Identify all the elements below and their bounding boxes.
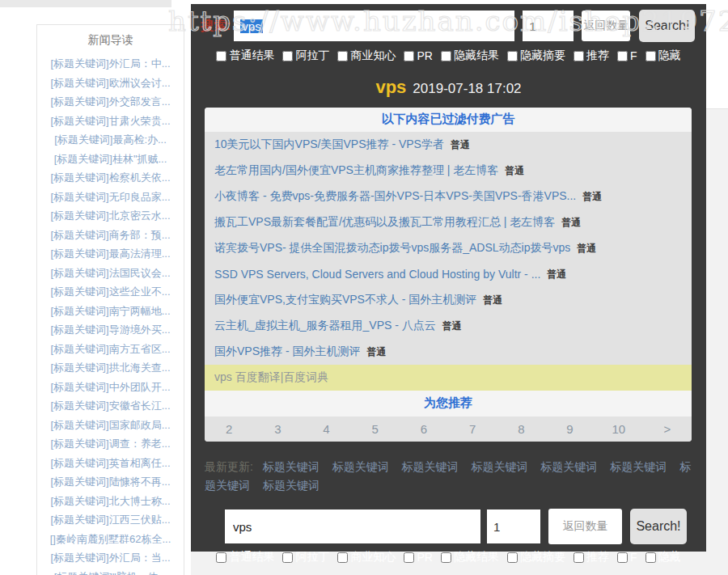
filter-hide[interactable]: 隐藏: [645, 550, 681, 564]
page-6[interactable]: 6: [400, 422, 448, 436]
filter-checkbox[interactable]: [574, 552, 584, 563]
filter-recommend[interactable]: 推荐: [574, 49, 609, 63]
news-link[interactable]: [标题关键词]"脑机一体...: [37, 568, 184, 575]
filter-f[interactable]: F: [617, 551, 637, 564]
filter-checkbox[interactable]: [441, 552, 451, 563]
news-link[interactable]: [标题关键词]最高法清理...: [37, 244, 184, 264]
result-link[interactable]: 搬瓦工VPS最新套餐配置/优惠码以及搬瓦工常用教程汇总 | 老左博客: [214, 215, 555, 230]
page-10[interactable]: 10: [595, 422, 643, 436]
filter-checkbox[interactable]: [617, 51, 628, 61]
news-link[interactable]: [标题关键词]最高检:办...: [37, 130, 184, 150]
news-link[interactable]: [标题关键词]外汇局：当...: [37, 548, 184, 568]
search-button[interactable]: Search!: [639, 10, 695, 42]
update-keyword-link[interactable]: 标题关键词: [471, 460, 527, 473]
result-count-input-bottom[interactable]: [487, 509, 540, 543]
news-link[interactable]: [标题关键词]南方五省区...: [37, 340, 184, 359]
result-timestamp: 2019-07-18 17:02: [413, 81, 521, 96]
filter-checkbox[interactable]: [507, 552, 518, 563]
news-link[interactable]: [标题关键词]导游境外买...: [37, 320, 184, 340]
filter-checkbox[interactable]: [337, 51, 348, 61]
news-link[interactable]: [标题关键词]检察机关依...: [37, 168, 184, 188]
filter-aladdin[interactable]: 阿拉丁: [282, 550, 329, 564]
news-link[interactable]: [标题关键词]中外团队开...: [37, 378, 184, 397]
news-link[interactable]: [标题关键词]安徽省长江...: [37, 396, 184, 416]
filter-hide-results[interactable]: 隐藏结果: [441, 49, 499, 63]
news-link[interactable]: [标题关键词]商务部：预...: [37, 226, 184, 245]
news-link[interactable]: [标题关键词]江西三伏贴...: [37, 510, 184, 530]
page-5[interactable]: 5: [351, 422, 400, 436]
result-link[interactable]: 小夜博客 - 免费vps-免费服务器-国外VPS-日本VPS-美国VPS-香港V…: [214, 189, 576, 204]
return-count-button-bottom[interactable]: 返回数量: [548, 509, 622, 544]
filter-business[interactable]: 商业知心: [337, 49, 396, 63]
filter-checkbox[interactable]: [574, 51, 584, 61]
filter-recommend[interactable]: 推荐: [574, 550, 609, 564]
news-link[interactable]: [标题关键词]拱北海关查...: [37, 358, 184, 378]
update-keyword-link[interactable]: 标题关键词: [263, 460, 320, 473]
result-link[interactable]: 10美元以下国内VPS/美国VPS推荐 - VPS学者: [214, 137, 444, 152]
page-8[interactable]: 8: [497, 422, 545, 436]
news-link[interactable]: [标题关键词]英首相离任...: [37, 454, 184, 473]
update-keyword-link[interactable]: 标题关键词: [263, 479, 320, 492]
filter-checkbox[interactable]: [282, 51, 293, 61]
filter-business[interactable]: 商业知心: [337, 550, 396, 564]
search-button-bottom[interactable]: Search!: [630, 509, 687, 544]
result-count-input[interactable]: [523, 11, 574, 41]
news-link[interactable]: [标题关键词]北大博士称...: [37, 492, 184, 511]
result-link[interactable]: 云主机_虚拟主机_服务器租用_VPS - 八点云: [214, 319, 436, 333]
page-2[interactable]: 2: [205, 422, 253, 436]
filter-checkbox[interactable]: [282, 552, 293, 563]
news-link[interactable]: [标题关键词]陆慷将不再...: [37, 472, 184, 492]
news-link[interactable]: [标题关键词]欧洲议会讨...: [37, 74, 184, 93]
filter-checkbox[interactable]: [404, 552, 414, 563]
page-7[interactable]: 7: [448, 422, 497, 436]
filter-pr[interactable]: PR: [404, 49, 432, 62]
filter-checkbox[interactable]: [441, 51, 451, 61]
filter-checkbox[interactable]: [216, 552, 226, 563]
filter-hide-results[interactable]: 隐藏结果: [441, 550, 499, 564]
result-link[interactable]: 老左常用国内/国外便宜VPS主机商家推荐整理 | 老左博客: [214, 163, 498, 178]
news-link[interactable]: [标题关键词]国家邮政局...: [37, 416, 184, 435]
page-3[interactable]: 3: [253, 422, 302, 436]
page-next[interactable]: >: [643, 422, 692, 436]
update-keyword-link[interactable]: 标题关键词: [402, 460, 459, 473]
search-input[interactable]: vps: [234, 11, 514, 41]
update-keyword-link[interactable]: 标题关键词: [610, 460, 667, 473]
news-link[interactable]: [标题关键词]北京密云水...: [37, 206, 184, 226]
filter-hide-summary[interactable]: 隐藏摘要: [507, 49, 565, 63]
news-link[interactable]: [标题关键词]这些企业不...: [37, 282, 184, 302]
news-link[interactable]: [标题关键词]桂林"抓贼...: [37, 150, 184, 169]
update-keyword-link[interactable]: 标题关键词: [332, 460, 389, 473]
news-link[interactable]: [标题关键词]外汇局：中...: [37, 54, 184, 74]
news-link[interactable]: [标题关键词]甘肃火荣贵...: [37, 112, 184, 131]
page-9[interactable]: 9: [545, 422, 594, 436]
filter-hide-summary[interactable]: 隐藏摘要: [507, 550, 565, 564]
result-link[interactable]: 国外VPS推荐 - 国外主机测评: [214, 345, 360, 359]
filter-checkbox[interactable]: [216, 51, 226, 61]
news-link[interactable]: [标题关键词]法国民议会...: [37, 264, 184, 283]
filter-checkbox[interactable]: [507, 51, 518, 61]
news-link[interactable]: [标题关键词]调查：养老...: [37, 434, 184, 454]
filter-checkbox[interactable]: [337, 552, 348, 563]
filter-checkbox[interactable]: [617, 552, 628, 563]
result-link[interactable]: SSD VPS Servers, Cloud Servers and Cloud…: [214, 268, 540, 281]
result-link[interactable]: 诺宾拨号VPS- 提供全国混拨动态ip拨号vps服务器_ADSL动态ip拨号vp…: [214, 241, 570, 256]
result-link[interactable]: vps 百度翻译|百度词典: [214, 370, 328, 385]
filter-hide[interactable]: 隐藏: [645, 49, 681, 63]
filter-checkbox[interactable]: [645, 51, 656, 61]
filter-normal-results[interactable]: 普通结果: [216, 550, 274, 564]
filter-checkbox[interactable]: [645, 552, 656, 563]
news-link[interactable]: []秦岭南麓别墅群62栋全...: [37, 530, 184, 549]
filter-checkbox[interactable]: [404, 51, 414, 61]
update-keyword-link[interactable]: 标题关键词: [540, 460, 597, 473]
page-4[interactable]: 4: [302, 422, 350, 436]
news-link[interactable]: [标题关键词]无印良品家...: [37, 188, 184, 207]
result-link[interactable]: 国外便宜VPS,支付宝购买VPS不求人 - 国外主机测评: [214, 293, 476, 307]
filter-f[interactable]: F: [617, 49, 637, 62]
search-input-bottom[interactable]: [225, 509, 480, 543]
return-count-button[interactable]: 返回数量: [582, 11, 630, 41]
filter-aladdin[interactable]: 阿拉丁: [282, 49, 329, 63]
filter-pr[interactable]: PR: [404, 551, 432, 564]
news-link[interactable]: [标题关键词]外交部发言...: [37, 92, 184, 112]
news-link[interactable]: [标题关键词]南宁两幅地...: [37, 302, 184, 321]
filter-normal-results[interactable]: 普通结果: [216, 49, 274, 63]
